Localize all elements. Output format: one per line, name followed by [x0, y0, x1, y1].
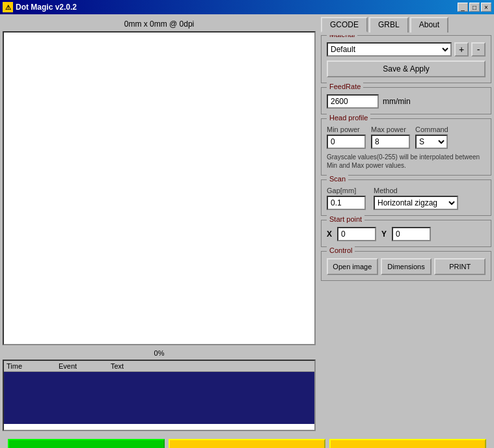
- max-power-group: Max power: [371, 125, 410, 149]
- log-header: Time Event Text: [4, 361, 314, 372]
- feedrate-label: FeedRate: [327, 83, 363, 90]
- command-select[interactable]: S: [415, 135, 448, 149]
- canvas-dimensions-label: 0mm x 0mm @ 0dpi: [3, 17, 316, 31]
- control-section: Control Open image Dimensions PRINT: [321, 251, 491, 281]
- y-label: Y: [381, 230, 387, 239]
- title-bar: ⚠ Dot Magic v2.0.2 _ □ ×: [0, 0, 494, 14]
- method-group: Method Horizontal zigzag: [374, 187, 458, 210]
- head-profile-section: Head profile Min power Max power Command…: [321, 118, 491, 176]
- tab-gcode[interactable]: GCODE: [321, 17, 368, 33]
- canvas-area: [3, 31, 316, 345]
- scan-label: Scan: [327, 175, 348, 183]
- feed-hold-button[interactable]: Feed Hold: [169, 439, 325, 448]
- material-label: Material: [327, 35, 357, 38]
- gap-group: Gap[mm]: [327, 187, 366, 210]
- gap-input[interactable]: [327, 196, 366, 210]
- log-col-event: Event: [59, 362, 111, 370]
- method-label: Method: [374, 187, 458, 194]
- main-container: 0mm x 0mm @ 0dpi 0% Time Event Text GCOD…: [0, 14, 494, 434]
- max-power-label: Max power: [371, 125, 410, 133]
- feedrate-unit: mm/min: [383, 97, 411, 106]
- panel-right-inner: Material Default + - Save & Apply FeedRa…: [321, 35, 491, 431]
- tab-about[interactable]: About: [410, 17, 448, 33]
- print-button[interactable]: PRINT: [434, 258, 486, 275]
- progress-label: 0%: [3, 348, 316, 358]
- cycle-start-button[interactable]: Cycle Start: [8, 439, 165, 448]
- action-buttons: Cycle Start Feed Hold Unlock Alarm: [3, 436, 491, 448]
- x-label: X: [327, 230, 332, 239]
- min-power-input[interactable]: [327, 135, 366, 149]
- bottom-section: Cycle Start Feed Hold Unlock Alarm RESET…: [0, 434, 494, 448]
- head-profile-label: Head profile: [327, 114, 370, 122]
- x-input[interactable]: [337, 227, 376, 241]
- min-power-group: Min power: [327, 125, 366, 149]
- feedrate-section: FeedRate mm/min: [321, 87, 491, 114]
- command-group: Command S: [415, 125, 448, 149]
- scan-row: Gap[mm] Method Horizontal zigzag: [327, 187, 486, 210]
- material-select[interactable]: Default: [327, 42, 452, 57]
- scan-section: Scan Gap[mm] Method Horizontal zigzag: [321, 179, 491, 216]
- y-input[interactable]: [392, 227, 431, 241]
- control-label: Control: [327, 246, 355, 254]
- maximize-button[interactable]: □: [469, 3, 480, 12]
- unlock-alarm-button[interactable]: Unlock Alarm: [329, 439, 486, 448]
- add-material-button[interactable]: +: [454, 42, 469, 57]
- left-panel: 0mm x 0mm @ 0dpi 0% Time Event Text: [0, 14, 318, 434]
- head-profile-row: Min power Max power Command S: [327, 125, 486, 149]
- remove-material-button[interactable]: -: [471, 42, 486, 57]
- right-panel: GCODE GRBL About Material Default + - Sa…: [318, 14, 494, 434]
- open-image-button[interactable]: Open image: [327, 258, 378, 275]
- title-left: ⚠ Dot Magic v2.0.2: [3, 2, 77, 12]
- min-power-label: Min power: [327, 125, 366, 133]
- log-body: [4, 372, 314, 424]
- feedrate-row: mm/min: [327, 94, 486, 109]
- max-power-input[interactable]: [371, 135, 410, 149]
- log-table: Time Event Text: [3, 360, 316, 431]
- feedrate-input[interactable]: [327, 94, 379, 109]
- method-select[interactable]: Horizontal zigzag: [374, 196, 458, 210]
- start-point-row: X Y: [327, 227, 486, 241]
- tabs: GCODE GRBL About: [321, 17, 491, 33]
- log-col-text: Text: [111, 362, 312, 370]
- material-section: Material Default + - Save & Apply: [321, 35, 491, 83]
- close-button[interactable]: ×: [481, 3, 491, 12]
- app-title: Dot Magic v2.0.2: [16, 3, 77, 12]
- start-point-section: Start point X Y: [321, 220, 491, 247]
- minimize-button[interactable]: _: [458, 3, 468, 12]
- log-col-time: Time: [7, 362, 59, 370]
- grayscale-note: Grayscale values(0-255) will be interpol…: [327, 153, 486, 170]
- tab-grbl[interactable]: GRBL: [369, 17, 409, 33]
- app-icon: ⚠: [3, 2, 13, 12]
- control-row: Open image Dimensions PRINT: [327, 258, 486, 275]
- command-label: Command: [415, 125, 448, 133]
- dimensions-button[interactable]: Dimensions: [381, 258, 432, 275]
- gap-label: Gap[mm]: [327, 187, 366, 194]
- material-row: Default + -: [327, 42, 486, 57]
- save-apply-button[interactable]: Save & Apply: [327, 60, 486, 77]
- window-controls: _ □ ×: [458, 3, 491, 12]
- start-point-label: Start point: [327, 215, 364, 223]
